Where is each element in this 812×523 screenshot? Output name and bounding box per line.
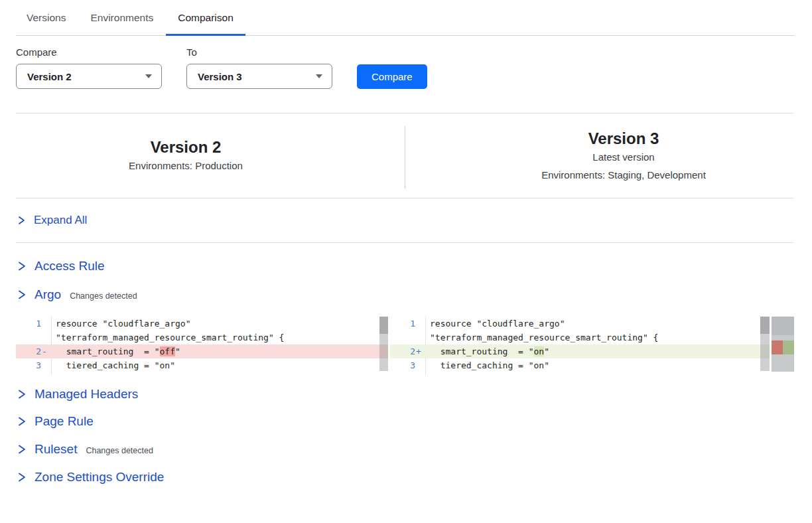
overview-added-mark bbox=[783, 340, 794, 354]
overview-thumb bbox=[772, 317, 794, 335]
code-line: 4} bbox=[390, 372, 770, 375]
divider bbox=[16, 242, 794, 243]
vertical-scrollbar[interactable] bbox=[760, 317, 770, 371]
version-right-environments: Environments: Staging, Development bbox=[453, 166, 794, 184]
section-label: Zone Settings Override bbox=[34, 470, 164, 485]
code-line: 3 tiered_caching = "on" bbox=[390, 358, 770, 372]
chevron-down-icon bbox=[316, 74, 322, 78]
chevron-right-icon bbox=[17, 472, 26, 483]
expand-all-label: Expand All bbox=[34, 214, 87, 227]
section-label: Page Rule bbox=[34, 414, 94, 429]
added-word: on bbox=[534, 346, 545, 356]
compare-from-select[interactable]: Version 2 bbox=[16, 64, 162, 89]
code-line: 3 tiered_caching = "on" bbox=[16, 358, 388, 372]
version-left-environments: Environments: Production bbox=[16, 157, 356, 175]
scrollbar-thumb[interactable] bbox=[760, 317, 770, 334]
chevron-right-icon bbox=[17, 389, 26, 400]
section-argo[interactable]: Argo Changes detected bbox=[17, 287, 137, 302]
code-line-removed: 2- smart_routing = "off" bbox=[16, 344, 388, 358]
vertical-scrollbar[interactable] bbox=[379, 317, 388, 371]
section-managed-headers[interactable]: Managed Headers bbox=[17, 387, 138, 402]
code-line: 1resource "cloudflare_argo" bbox=[390, 317, 770, 331]
section-ruleset[interactable]: Ruleset Changes detected bbox=[17, 442, 153, 457]
section-page-rule[interactable]: Page Rule bbox=[17, 414, 94, 429]
code-line-wrap: "terraform_managed_resource_smart_routin… bbox=[16, 331, 388, 344]
section-label: Ruleset bbox=[34, 442, 77, 457]
compare-to-select[interactable]: Version 3 bbox=[186, 64, 332, 89]
version-left-header: Version 2 Environments: Production bbox=[16, 137, 356, 175]
code-line: 4} bbox=[16, 372, 388, 375]
code-line-wrap: "terraform_managed_resource_smart_routin… bbox=[390, 331, 770, 344]
chevron-right-icon bbox=[17, 261, 26, 271]
version-right-subtitle: Latest version bbox=[453, 148, 794, 166]
version-left-title: Version 2 bbox=[16, 137, 356, 157]
compare-from-value: Version 2 bbox=[27, 71, 72, 82]
compare-button[interactable]: Compare bbox=[357, 64, 427, 89]
removed-word: off bbox=[160, 346, 175, 356]
tab-comparison[interactable]: Comparison bbox=[178, 0, 234, 36]
diff-panel-left: 1resource "cloudflare_argo" "terraform_m… bbox=[16, 317, 388, 375]
divider bbox=[16, 113, 794, 113]
expand-all-button[interactable]: Expand All bbox=[17, 214, 87, 227]
version-right-header: Version 3 Latest version Environments: S… bbox=[453, 129, 794, 184]
version-header-divider bbox=[405, 126, 405, 188]
compare-to-value: Version 3 bbox=[198, 71, 242, 82]
chevron-right-icon bbox=[17, 416, 26, 427]
section-access-rule[interactable]: Access Rule bbox=[17, 259, 105, 273]
section-label: Argo bbox=[34, 287, 61, 302]
tab-versions[interactable]: Versions bbox=[27, 0, 66, 36]
chevron-right-icon bbox=[17, 216, 25, 225]
diff-panel-right: 1resource "cloudflare_argo" "terraform_m… bbox=[390, 317, 794, 375]
changes-detected-badge: Changes detected bbox=[70, 291, 137, 301]
section-zone-settings-override[interactable]: Zone Settings Override bbox=[17, 470, 164, 485]
chevron-right-icon bbox=[17, 444, 26, 455]
tab-environments[interactable]: Environments bbox=[90, 0, 153, 36]
divider bbox=[16, 198, 794, 198]
code-line: 1resource "cloudflare_argo" bbox=[16, 317, 388, 331]
changes-detected-badge: Changes detected bbox=[86, 446, 153, 455]
tab-bar: Versions Environments Comparison bbox=[27, 0, 234, 36]
overview-removed-mark bbox=[772, 340, 783, 354]
chevron-right-icon bbox=[17, 289, 26, 300]
diff-overview-ruler[interactable] bbox=[772, 317, 794, 372]
version-right-title: Version 3 bbox=[453, 129, 794, 148]
to-label: To bbox=[186, 46, 197, 58]
section-label: Access Rule bbox=[34, 259, 105, 273]
scrollbar-thumb[interactable] bbox=[379, 317, 388, 334]
compare-label: Compare bbox=[16, 46, 57, 58]
code-line-added: 2+ smart_routing = "on" bbox=[390, 344, 770, 358]
chevron-down-icon bbox=[145, 74, 152, 78]
section-label: Managed Headers bbox=[34, 387, 138, 402]
